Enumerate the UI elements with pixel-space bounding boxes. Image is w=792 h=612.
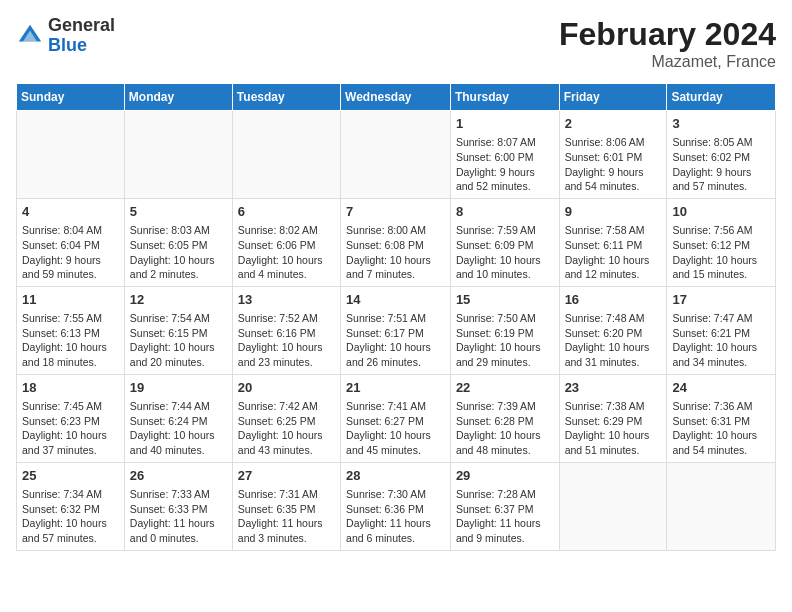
title-block: February 2024 Mazamet, France — [559, 16, 776, 71]
day-cell: 28Sunrise: 7:30 AM Sunset: 6:36 PM Dayli… — [341, 462, 451, 550]
day-info: Sunrise: 7:51 AM Sunset: 6:17 PM Dayligh… — [346, 311, 445, 370]
day-info: Sunrise: 7:36 AM Sunset: 6:31 PM Dayligh… — [672, 399, 770, 458]
day-cell: 3Sunrise: 8:05 AM Sunset: 6:02 PM Daylig… — [667, 111, 776, 199]
day-cell: 17Sunrise: 7:47 AM Sunset: 6:21 PM Dayli… — [667, 286, 776, 374]
day-number: 2 — [565, 115, 662, 133]
day-number: 23 — [565, 379, 662, 397]
day-number: 16 — [565, 291, 662, 309]
logo: General Blue — [16, 16, 115, 56]
day-number: 6 — [238, 203, 335, 221]
day-cell: 12Sunrise: 7:54 AM Sunset: 6:15 PM Dayli… — [124, 286, 232, 374]
day-cell — [232, 111, 340, 199]
logo-text: General Blue — [48, 16, 115, 56]
day-number: 15 — [456, 291, 554, 309]
logo-icon — [16, 22, 44, 50]
col-header-wednesday: Wednesday — [341, 84, 451, 111]
day-cell: 6Sunrise: 8:02 AM Sunset: 6:06 PM Daylig… — [232, 198, 340, 286]
day-info: Sunrise: 7:58 AM Sunset: 6:11 PM Dayligh… — [565, 223, 662, 282]
day-number: 29 — [456, 467, 554, 485]
day-number: 14 — [346, 291, 445, 309]
day-info: Sunrise: 7:47 AM Sunset: 6:21 PM Dayligh… — [672, 311, 770, 370]
day-info: Sunrise: 7:48 AM Sunset: 6:20 PM Dayligh… — [565, 311, 662, 370]
day-info: Sunrise: 7:31 AM Sunset: 6:35 PM Dayligh… — [238, 487, 335, 546]
day-cell: 10Sunrise: 7:56 AM Sunset: 6:12 PM Dayli… — [667, 198, 776, 286]
day-number: 25 — [22, 467, 119, 485]
day-cell: 25Sunrise: 7:34 AM Sunset: 6:32 PM Dayli… — [17, 462, 125, 550]
day-number: 19 — [130, 379, 227, 397]
week-row-3: 11Sunrise: 7:55 AM Sunset: 6:13 PM Dayli… — [17, 286, 776, 374]
day-info: Sunrise: 8:05 AM Sunset: 6:02 PM Dayligh… — [672, 135, 770, 194]
day-cell: 26Sunrise: 7:33 AM Sunset: 6:33 PM Dayli… — [124, 462, 232, 550]
day-cell: 19Sunrise: 7:44 AM Sunset: 6:24 PM Dayli… — [124, 374, 232, 462]
col-header-saturday: Saturday — [667, 84, 776, 111]
day-info: Sunrise: 7:54 AM Sunset: 6:15 PM Dayligh… — [130, 311, 227, 370]
day-cell: 7Sunrise: 8:00 AM Sunset: 6:08 PM Daylig… — [341, 198, 451, 286]
calendar-table: SundayMondayTuesdayWednesdayThursdayFrid… — [16, 83, 776, 551]
day-info: Sunrise: 7:44 AM Sunset: 6:24 PM Dayligh… — [130, 399, 227, 458]
day-info: Sunrise: 7:33 AM Sunset: 6:33 PM Dayligh… — [130, 487, 227, 546]
day-cell: 23Sunrise: 7:38 AM Sunset: 6:29 PM Dayli… — [559, 374, 667, 462]
day-number: 11 — [22, 291, 119, 309]
day-info: Sunrise: 7:39 AM Sunset: 6:28 PM Dayligh… — [456, 399, 554, 458]
day-number: 9 — [565, 203, 662, 221]
day-number: 26 — [130, 467, 227, 485]
day-info: Sunrise: 7:55 AM Sunset: 6:13 PM Dayligh… — [22, 311, 119, 370]
day-number: 5 — [130, 203, 227, 221]
page-title: February 2024 — [559, 16, 776, 53]
day-number: 7 — [346, 203, 445, 221]
day-cell: 13Sunrise: 7:52 AM Sunset: 6:16 PM Dayli… — [232, 286, 340, 374]
day-info: Sunrise: 7:34 AM Sunset: 6:32 PM Dayligh… — [22, 487, 119, 546]
day-cell — [559, 462, 667, 550]
day-info: Sunrise: 8:06 AM Sunset: 6:01 PM Dayligh… — [565, 135, 662, 194]
day-info: Sunrise: 7:45 AM Sunset: 6:23 PM Dayligh… — [22, 399, 119, 458]
day-info: Sunrise: 7:50 AM Sunset: 6:19 PM Dayligh… — [456, 311, 554, 370]
col-header-friday: Friday — [559, 84, 667, 111]
day-info: Sunrise: 7:56 AM Sunset: 6:12 PM Dayligh… — [672, 223, 770, 282]
day-cell — [124, 111, 232, 199]
day-cell: 5Sunrise: 8:03 AM Sunset: 6:05 PM Daylig… — [124, 198, 232, 286]
week-row-1: 1Sunrise: 8:07 AM Sunset: 6:00 PM Daylig… — [17, 111, 776, 199]
day-cell: 16Sunrise: 7:48 AM Sunset: 6:20 PM Dayli… — [559, 286, 667, 374]
day-info: Sunrise: 7:41 AM Sunset: 6:27 PM Dayligh… — [346, 399, 445, 458]
day-info: Sunrise: 7:52 AM Sunset: 6:16 PM Dayligh… — [238, 311, 335, 370]
day-cell: 15Sunrise: 7:50 AM Sunset: 6:19 PM Dayli… — [450, 286, 559, 374]
col-header-tuesday: Tuesday — [232, 84, 340, 111]
day-cell: 2Sunrise: 8:06 AM Sunset: 6:01 PM Daylig… — [559, 111, 667, 199]
day-number: 12 — [130, 291, 227, 309]
day-number: 13 — [238, 291, 335, 309]
day-number: 24 — [672, 379, 770, 397]
page-subtitle: Mazamet, France — [559, 53, 776, 71]
day-cell: 9Sunrise: 7:58 AM Sunset: 6:11 PM Daylig… — [559, 198, 667, 286]
day-number: 28 — [346, 467, 445, 485]
page-header: General Blue February 2024 Mazamet, Fran… — [16, 16, 776, 71]
day-info: Sunrise: 8:00 AM Sunset: 6:08 PM Dayligh… — [346, 223, 445, 282]
day-cell: 24Sunrise: 7:36 AM Sunset: 6:31 PM Dayli… — [667, 374, 776, 462]
day-cell: 14Sunrise: 7:51 AM Sunset: 6:17 PM Dayli… — [341, 286, 451, 374]
col-header-thursday: Thursday — [450, 84, 559, 111]
day-number: 4 — [22, 203, 119, 221]
week-row-2: 4Sunrise: 8:04 AM Sunset: 6:04 PM Daylig… — [17, 198, 776, 286]
col-header-sunday: Sunday — [17, 84, 125, 111]
day-number: 3 — [672, 115, 770, 133]
day-number: 21 — [346, 379, 445, 397]
day-cell — [341, 111, 451, 199]
day-number: 1 — [456, 115, 554, 133]
day-cell: 22Sunrise: 7:39 AM Sunset: 6:28 PM Dayli… — [450, 374, 559, 462]
day-cell: 27Sunrise: 7:31 AM Sunset: 6:35 PM Dayli… — [232, 462, 340, 550]
day-cell: 20Sunrise: 7:42 AM Sunset: 6:25 PM Dayli… — [232, 374, 340, 462]
day-cell: 11Sunrise: 7:55 AM Sunset: 6:13 PM Dayli… — [17, 286, 125, 374]
day-info: Sunrise: 8:03 AM Sunset: 6:05 PM Dayligh… — [130, 223, 227, 282]
col-header-monday: Monday — [124, 84, 232, 111]
day-number: 18 — [22, 379, 119, 397]
day-number: 27 — [238, 467, 335, 485]
day-number: 8 — [456, 203, 554, 221]
week-row-4: 18Sunrise: 7:45 AM Sunset: 6:23 PM Dayli… — [17, 374, 776, 462]
day-info: Sunrise: 7:42 AM Sunset: 6:25 PM Dayligh… — [238, 399, 335, 458]
day-info: Sunrise: 7:59 AM Sunset: 6:09 PM Dayligh… — [456, 223, 554, 282]
day-cell: 1Sunrise: 8:07 AM Sunset: 6:00 PM Daylig… — [450, 111, 559, 199]
day-number: 17 — [672, 291, 770, 309]
day-cell — [17, 111, 125, 199]
day-number: 10 — [672, 203, 770, 221]
calendar-header-row: SundayMondayTuesdayWednesdayThursdayFrid… — [17, 84, 776, 111]
day-cell: 8Sunrise: 7:59 AM Sunset: 6:09 PM Daylig… — [450, 198, 559, 286]
